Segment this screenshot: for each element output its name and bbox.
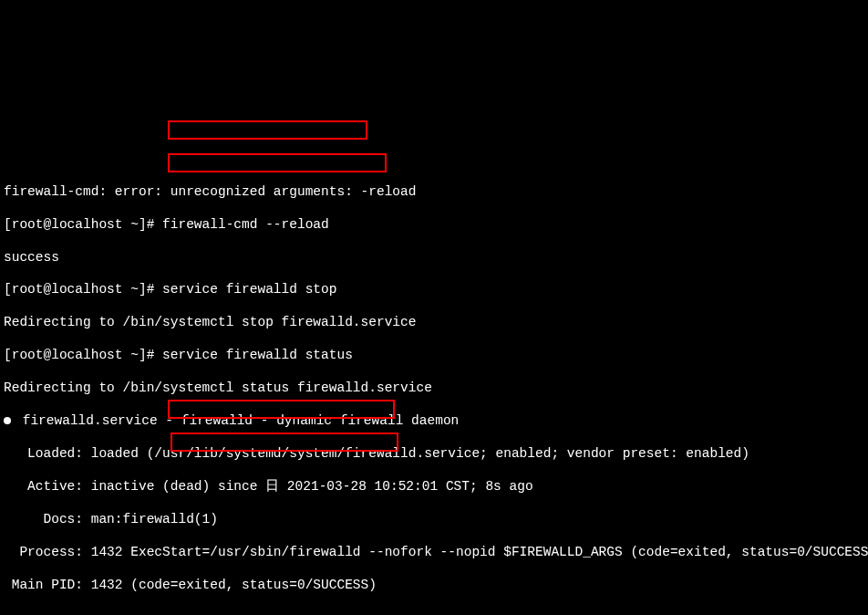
prompt-line: [root@localhost ~]# service firewalld st… — [4, 348, 864, 364]
status-dot-inactive — [4, 417, 11, 424]
output-line: Redirecting to /bin/systemctl stop firew… — [4, 315, 864, 331]
terminal-window[interactable]: firewall-cmd: error: unrecognized argume… — [4, 69, 864, 615]
output-line: firewalld.service - firewalld - dynamic … — [4, 413, 864, 430]
output-line: success — [4, 250, 864, 266]
prompt-line: [root@localhost ~]# firewall-cmd --reloa… — [4, 217, 864, 234]
highlight-box-1 — [168, 120, 367, 140]
highlight-box-2 — [168, 153, 387, 172]
output-line: Active: inactive (dead) since 日 2021-03-… — [4, 479, 864, 495]
output-line: Main PID: 1432 (code=exited, status=0/SU… — [4, 578, 864, 594]
output-line: Docs: man:firewalld(1) — [4, 512, 864, 528]
prompt-line: [root@localhost ~]# service firewalld st… — [4, 282, 864, 298]
output-line: Redirecting to /bin/systemctl status fir… — [4, 380, 864, 397]
output-line: Loaded: loaded (/usr/lib/systemd/system/… — [4, 446, 864, 463]
output-line: firewall-cmd: error: unrecognized argume… — [4, 184, 864, 201]
output-line: Process: 1432 ExecStart=/usr/sbin/firewa… — [4, 545, 864, 561]
